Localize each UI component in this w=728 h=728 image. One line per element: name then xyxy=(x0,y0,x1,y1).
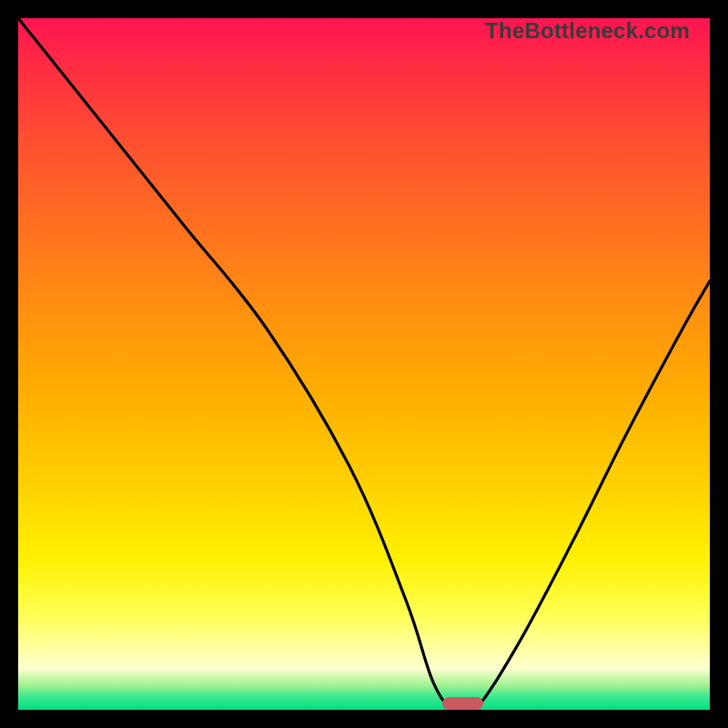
chart-frame: TheBottleneck.com xyxy=(0,0,728,728)
plot-area: TheBottleneck.com xyxy=(18,18,710,710)
optimal-point-marker xyxy=(442,697,483,710)
bottleneck-curve xyxy=(18,18,710,710)
curve-path xyxy=(18,18,710,710)
